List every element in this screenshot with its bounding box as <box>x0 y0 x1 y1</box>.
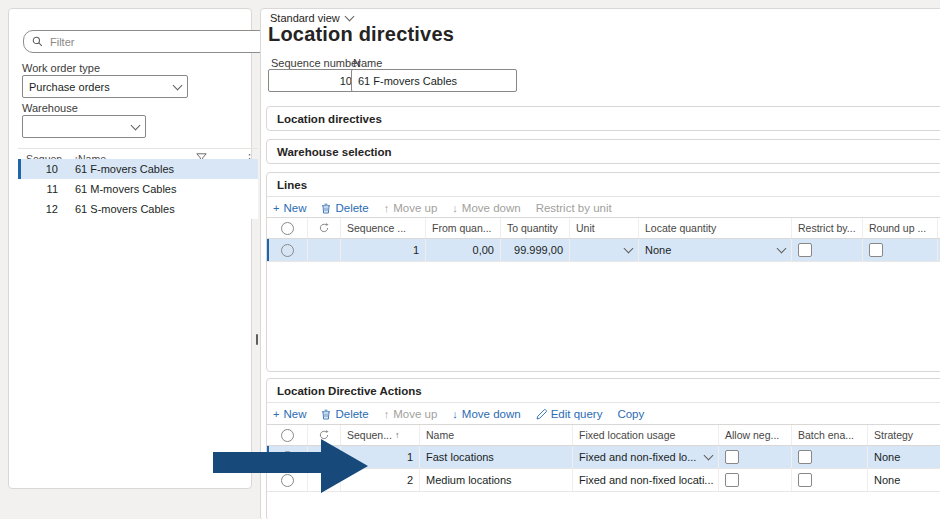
cell-strategy[interactable]: None <box>868 469 940 491</box>
left-filter-panel: Work order type Purchase orders Warehous… <box>8 8 252 489</box>
cell-sequence: 1 <box>341 239 426 261</box>
cell-sequence: 2 <box>341 469 420 491</box>
warehouse-select[interactable] <box>22 115 146 138</box>
actions-grid-header: Sequen... ↑ Name Fixed location usage Al… <box>267 424 940 446</box>
section-location-directives[interactable]: Location directives <box>266 106 940 131</box>
search-icon <box>32 36 43 47</box>
arrow-up-icon: ↑ <box>384 203 390 214</box>
arrow-down-icon: ↓ <box>452 203 458 214</box>
sort-ascending-icon: ↑ <box>395 430 400 440</box>
col-unit[interactable]: Unit <box>570 218 639 238</box>
section-warehouse-selection[interactable]: Warehouse selection <box>266 139 940 164</box>
sequence-number-label: Sequence number <box>271 57 361 69</box>
col-round-up[interactable]: Round up ... <box>863 218 938 238</box>
move-up-button[interactable]: ↑ Move up <box>384 202 438 214</box>
actions-grid: Sequen... ↑ Name Fixed location usage Al… <box>267 424 940 492</box>
copy-button[interactable]: Copy <box>617 408 644 420</box>
cell-restrict-by-checkbox[interactable] <box>792 239 863 261</box>
pencil-icon <box>536 409 547 420</box>
cell-sequence: 1 <box>341 446 420 468</box>
sequence-number-input[interactable]: 10 <box>268 69 359 92</box>
col-to-quantity[interactable]: To quantity <box>501 218 570 238</box>
work-order-type-value: Purchase orders <box>29 81 110 93</box>
chevron-down-icon <box>173 80 183 90</box>
name-label: Name <box>353 57 382 69</box>
panel-splitter[interactable] <box>256 334 258 345</box>
cell-locate-quantity-dropdown[interactable]: None <box>639 239 792 261</box>
col-batch-enabled[interactable]: Batch ena... <box>792 425 868 445</box>
cell-to-quantity: 99.999,00 <box>501 239 570 261</box>
trash-icon <box>321 203 331 214</box>
list-item-name: 61 M-movers Cables <box>61 183 258 195</box>
arrow-down-icon: ↓ <box>452 409 458 420</box>
col-locate-quantity[interactable]: Locate quantity <box>639 218 792 238</box>
plus-icon: + <box>273 203 279 214</box>
delete-button[interactable]: Delete <box>321 408 368 420</box>
section-actions-title[interactable]: Location Directive Actions <box>267 379 940 403</box>
cell-name: Medium locations <box>420 469 573 491</box>
table-row[interactable]: 1 Fast locations Fixed and non-fixed lo.… <box>267 446 940 469</box>
chevron-down-icon <box>624 244 634 254</box>
list-item[interactable]: 12 61 S-movers Cables <box>18 199 258 219</box>
edit-query-button[interactable]: Edit query <box>536 408 603 420</box>
list-item[interactable]: 11 61 M-movers Cables <box>18 179 258 199</box>
col-name[interactable]: Name <box>420 425 573 445</box>
new-button[interactable]: + New <box>273 202 306 214</box>
row-radio[interactable] <box>267 239 308 261</box>
chevron-down-icon <box>777 244 787 254</box>
cell-allow-negative-checkbox[interactable] <box>719 446 792 468</box>
filter-input-wrap <box>23 30 269 53</box>
list-item-sequence: 11 <box>18 183 61 195</box>
cell-round-up-checkbox[interactable] <box>863 239 938 261</box>
cell-fixed-location-usage[interactable]: Fixed and non-fixed locati... <box>573 469 719 491</box>
cell-name: Fast locations <box>420 446 573 468</box>
name-input[interactable]: 61 F-movers Cables <box>351 69 517 92</box>
chevron-down-icon <box>704 451 714 461</box>
work-order-type-label: Work order type <box>22 62 100 74</box>
cell-fixed-location-usage-dropdown[interactable]: Fixed and non-fixed lo... <box>573 446 719 468</box>
refresh-icon[interactable] <box>308 218 341 238</box>
work-order-type-select[interactable]: Purchase orders <box>22 75 188 98</box>
col-fixed-location-usage[interactable]: Fixed location usage <box>573 425 719 445</box>
cell-allow-negative-checkbox[interactable] <box>719 469 792 491</box>
col-sequence[interactable]: Sequen... ↑ <box>341 425 420 445</box>
actions-toolbar: + New Delete ↑ Move up ↓ Move down Edit … <box>273 405 644 423</box>
warehouse-label: Warehouse <box>22 102 78 114</box>
new-button[interactable]: + New <box>273 408 306 420</box>
chevron-down-icon <box>344 12 354 22</box>
list-item[interactable]: 10 61 F-movers Cables <box>18 159 258 179</box>
col-restrict-by[interactable]: Restrict by... <box>792 218 863 238</box>
list-item-sequence: 10 <box>18 163 61 175</box>
row-radio[interactable] <box>267 446 308 468</box>
select-all-radio[interactable] <box>267 218 308 238</box>
filter-input[interactable] <box>48 35 260 49</box>
move-up-button[interactable]: ↑ Move up <box>384 408 438 420</box>
cell-from-quantity: 0,00 <box>426 239 501 261</box>
restrict-by-unit-button[interactable]: Restrict by unit <box>536 202 612 214</box>
lines-grid-header: Sequence ... From quan... To quantity Un… <box>267 217 940 239</box>
move-down-button[interactable]: ↓ Move down <box>452 202 520 214</box>
cell-strategy-dropdown[interactable]: None <box>868 446 940 468</box>
col-sequence[interactable]: Sequence ... <box>341 218 426 238</box>
lines-grid: Sequence ... From quan... To quantity Un… <box>267 217 940 262</box>
chevron-down-icon <box>131 120 141 130</box>
move-down-button[interactable]: ↓ Move down <box>452 408 520 420</box>
cell-batch-enabled-checkbox[interactable] <box>792 446 868 468</box>
cell-unit-dropdown[interactable] <box>570 239 639 261</box>
cell-batch-enabled-checkbox[interactable] <box>792 469 868 491</box>
page-title: Location directives <box>268 23 454 46</box>
delete-button[interactable]: Delete <box>321 202 368 214</box>
list-item-sequence: 12 <box>18 203 61 215</box>
col-from-quantity[interactable]: From quan... <box>426 218 501 238</box>
plus-icon: + <box>273 409 279 420</box>
list-item-name: 61 F-movers Cables <box>61 163 258 175</box>
row-radio[interactable] <box>267 469 308 491</box>
select-all-radio[interactable] <box>267 425 308 445</box>
col-allow-negative[interactable]: Allow neg... <box>719 425 792 445</box>
table-row[interactable]: 2 Medium locations Fixed and non-fixed l… <box>267 469 940 492</box>
section-lines-title[interactable]: Lines <box>267 173 940 197</box>
col-strategy[interactable]: Strategy <box>868 425 940 445</box>
list-item-name: 61 S-movers Cables <box>61 203 258 215</box>
table-row[interactable]: 1 0,00 99.999,00 None <box>267 239 940 262</box>
refresh-icon[interactable] <box>308 425 341 445</box>
